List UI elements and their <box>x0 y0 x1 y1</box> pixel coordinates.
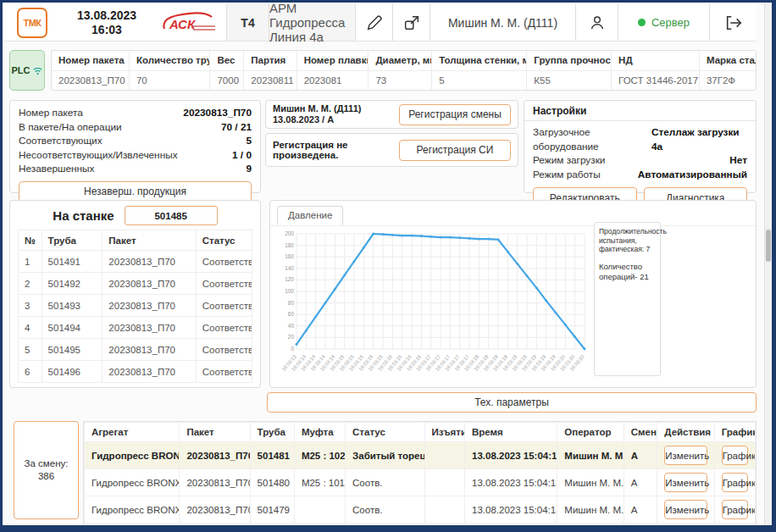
col-header: График <box>714 423 755 442</box>
settings-row: Загрузочное оборудованиеСтеллаж загрузки… <box>533 125 747 153</box>
cell: 3 <box>19 295 42 317</box>
tab-pressure[interactable]: Давление <box>277 206 343 225</box>
journal-header-row: Агрегат Пакет Труба Муфта Статус Изъятие… <box>85 423 756 442</box>
table-row: 450149420230813_П70Соответств. <box>19 317 252 339</box>
cell: График <box>714 442 755 469</box>
server-status: Сервер <box>618 4 709 41</box>
info-row: Незавершенных9 <box>19 162 252 176</box>
svg-text:200: 200 <box>285 230 294 236</box>
current-pipe-input[interactable] <box>125 206 218 225</box>
info-value: 9 <box>246 162 252 176</box>
cell: 20230813_П70 <box>103 339 196 361</box>
col-header: Время <box>465 423 557 442</box>
tech-params-button[interactable]: Тех. параметры <box>267 392 757 413</box>
header: ТМК 13.08.2023 16:03 АСК Т4 АРМ Гидропре… <box>4 4 757 42</box>
settings-value: Стеллаж загрузки 4а <box>651 125 747 153</box>
cell: 501481 <box>250 442 294 469</box>
cell: А <box>624 469 657 496</box>
unfinished-products-button[interactable]: Незаверш. продукция <box>19 181 252 202</box>
cell: Соответств. <box>196 295 252 317</box>
info-value: 1 / 0 <box>232 148 252 163</box>
cell: 20230813_П70 <box>103 317 196 339</box>
edit-row-button[interactable]: Изменить <box>664 446 707 465</box>
cell: Соответств. <box>196 317 252 339</box>
info-label: Номер пакета <box>19 106 83 120</box>
cell: 4 <box>19 317 42 339</box>
settings-title: Настройки <box>524 105 756 121</box>
register-shift-button[interactable]: Регистрация смены <box>399 104 511 125</box>
cell-value: К55 <box>527 70 612 90</box>
cell: 20230813_П70 <box>180 442 250 469</box>
logout-button[interactable] <box>709 4 757 41</box>
col-header: Муфта <box>294 423 345 442</box>
col-header: Толщина стенки, мм <box>432 51 527 70</box>
svg-text:20: 20 <box>288 334 295 340</box>
plc-label: PLC <box>12 65 30 75</box>
cell: Соответств. <box>196 273 252 295</box>
cell-value: 5 <box>432 70 527 90</box>
server-status-dot <box>638 19 646 26</box>
cell-value: 73 <box>369 70 432 90</box>
cell-value: 2023081 <box>297 70 369 90</box>
cell <box>424 442 465 469</box>
settings-panel: Настройки Загрузочное оборудованиеСтелла… <box>524 100 757 193</box>
machine-table-header-row: № Труба Пакет Статус <box>19 230 252 251</box>
shift-registration-box: Мишин М. М. (Д111) 13.08.2023 / А Регист… <box>265 100 518 129</box>
col-header: Номер плавки <box>297 51 369 70</box>
svg-text:140: 140 <box>285 265 294 271</box>
cell: Соответств. <box>196 339 252 361</box>
edit-button[interactable] <box>355 4 392 41</box>
operations-count-text: Количество операций- 21 <box>599 262 656 282</box>
cell: 6 <box>19 361 42 383</box>
scrollbar-thumb[interactable] <box>766 230 771 262</box>
register-si-button[interactable]: Регистрация СИ <box>399 140 511 161</box>
cell: 2 <box>19 273 42 295</box>
svg-text:40: 40 <box>288 323 295 329</box>
cell: Гидропресс BRONX <box>85 469 180 496</box>
cell: График <box>714 469 755 496</box>
user-button[interactable] <box>575 4 618 41</box>
tmk-logo: ТМК <box>17 8 47 38</box>
on-machine-table: № Труба Пакет Статус 150149120230813_П70… <box>18 230 252 383</box>
col-header: Диаметр, мм <box>369 51 432 70</box>
cell: 13.08.2023 15:04:13 <box>465 442 557 469</box>
cell: График <box>714 496 755 524</box>
cell-value: ГОСТ 31446-2017 <box>612 70 700 90</box>
svg-text:120: 120 <box>285 276 294 282</box>
graph-row-button[interactable]: График <box>722 500 748 519</box>
svg-text:160: 160 <box>285 253 294 259</box>
edit-row-button[interactable]: Изменить <box>664 473 707 492</box>
cell: Соотв. <box>346 496 424 524</box>
cell: М25 : 101 <box>294 469 345 496</box>
info-row: Номер пакета20230813_П70 <box>19 106 252 120</box>
cell: Соответств. <box>196 251 252 273</box>
col-header: Пакет <box>180 423 250 442</box>
journal-row: Гидропресс BRONX 20230813_П70 501481 М25… <box>85 442 756 469</box>
col-header: Вес <box>210 51 244 70</box>
info-value: 20230813_П70 <box>183 106 252 120</box>
journal-table-wrap: Агрегат Пакет Труба Муфта Статус Изъятие… <box>83 421 757 528</box>
cell: 20230813_П70 <box>180 469 250 496</box>
package-table-header-row: Номер пакета Количество труб Вес Партия … <box>52 51 756 70</box>
col-header: НД <box>612 51 700 70</box>
app-window: ТМК 13.08.2023 16:03 АСК Т4 АРМ Гидропре… <box>0 0 776 532</box>
vertical-scrollbar[interactable] <box>764 3 772 525</box>
table-row: 150149120230813_П70Соответств. <box>19 251 252 273</box>
cell: Мишин М. М. <box>557 442 624 469</box>
info-row: В пакете/На операции70 / 21 <box>19 120 252 135</box>
col-header: Статус <box>196 230 252 251</box>
edit-row-button[interactable]: Изменить <box>664 500 707 519</box>
info-value: 70 / 21 <box>221 120 252 135</box>
svg-text:0: 0 <box>291 346 294 352</box>
graph-row-button[interactable]: График <box>722 446 748 465</box>
current-user: Мишин М. М. (Д111) <box>430 4 575 41</box>
graph-row-button[interactable]: График <box>722 473 748 492</box>
col-header: Группа прочности <box>527 51 612 70</box>
cell: 501496 <box>42 361 103 383</box>
cell: 13.08.2023 15:04:13 <box>465 469 557 496</box>
expand-button[interactable] <box>392 4 430 41</box>
person-icon <box>588 14 607 32</box>
cell <box>424 496 465 524</box>
cell: 20230813_П70 <box>103 273 196 295</box>
col-header: Агрегат <box>85 423 180 442</box>
